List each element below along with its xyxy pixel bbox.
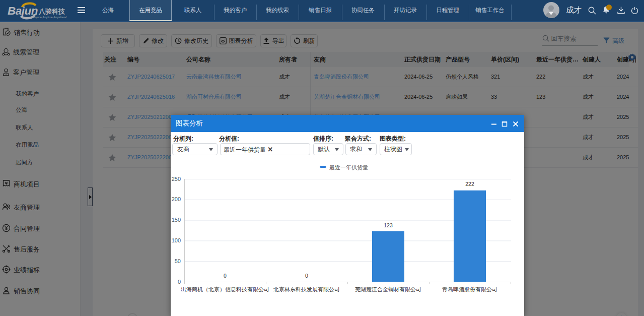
svg-text:0: 0: [224, 273, 227, 279]
svg-text:Anyone,Anytime,Anywhere!: Anyone,Anytime,Anywhere!: [32, 16, 67, 19]
svg-text:0: 0: [305, 273, 308, 279]
svg-text:出海商机（北京）信息科技有限公司: 出海商机（北京）信息科技有限公司: [181, 286, 269, 292]
svg-text:八骏科技: 八骏科技: [38, 8, 65, 15]
svg-text:250: 250: [172, 176, 181, 182]
svg-text:芜湖楚江合金铜材有限公司: 芜湖楚江合金铜材有限公司: [355, 286, 421, 292]
svg-text:0: 0: [178, 279, 181, 285]
svg-text:北京林东科技发展有限公司: 北京林东科技发展有限公司: [273, 286, 340, 292]
svg-text:100: 100: [172, 237, 181, 243]
svg-text:222: 222: [465, 181, 474, 187]
svg-text:123: 123: [384, 222, 393, 228]
svg-text:青岛啤酒股份有限公司: 青岛啤酒股份有限公司: [442, 286, 497, 292]
svg-text:50: 50: [175, 258, 181, 264]
svg-text:200: 200: [172, 196, 181, 202]
svg-text:最近一年供货量: 最近一年供货量: [329, 164, 368, 170]
svg-text:150: 150: [172, 217, 181, 223]
